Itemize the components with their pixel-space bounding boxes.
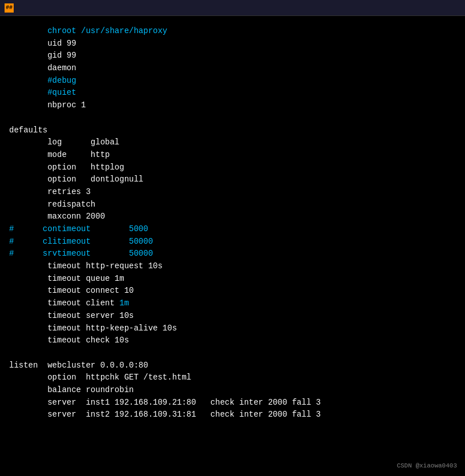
watermark: CSDN @xiaowa0403: [394, 461, 459, 470]
line-timeout-client: timeout client 1m: [9, 297, 456, 310]
line-empty1: [9, 112, 456, 124]
line-debug: #debug: [9, 75, 456, 87]
line-maxconn: maxconn 2000: [9, 211, 456, 223]
line-retries: retries 3: [9, 186, 456, 199]
line-clitimeout: # clitimeout 50000: [9, 236, 456, 248]
line-log: log global: [9, 136, 456, 149]
line-option-httplog: option httplog: [9, 162, 456, 174]
terminal-window: ## chroot /usr/share/haproxy uid 99 gid …: [0, 0, 465, 476]
line-contimeout: # contimeout 5000: [9, 223, 456, 236]
line-timeout-http-keep-alive: timeout http-keep-alive 10s: [9, 322, 456, 335]
terminal-content: chroot /usr/share/haproxy uid 99 gid 99 …: [0, 21, 465, 426]
line-uid: uid 99: [9, 38, 456, 50]
line-redispatch: redispatch: [9, 199, 456, 211]
line-timeout-connect: timeout connect 10: [9, 285, 456, 297]
line-mode: mode http: [9, 149, 456, 162]
line-balance: balance roundrobin: [9, 384, 456, 397]
terminal-icon: ##: [5, 3, 14, 13]
title-bar: ##: [0, 0, 465, 16]
line-nbproc: nbproc 1: [9, 99, 456, 112]
line-gid: gid 99: [9, 50, 456, 62]
line-daemon: daemon: [9, 62, 456, 75]
line-option-httpchk: option httpchk GET /test.html: [9, 372, 456, 384]
line-defaults: defaults: [9, 124, 456, 137]
line-timeout-check: timeout check 10s: [9, 334, 456, 347]
line-quiet: #quiet: [9, 87, 456, 99]
line-srvtimeout: # srvtimeout 50000: [9, 248, 456, 260]
line-option-dontlognull: option dontlognull: [9, 174, 456, 186]
line-timeout-http-request: timeout http-request 10s: [9, 260, 456, 273]
line-timeout-server: timeout server 10s: [9, 310, 456, 322]
line-chroot: chroot /usr/share/haproxy: [9, 25, 456, 38]
line-server-inst2: server inst2 192.168.109.31:81 check int…: [9, 409, 456, 421]
line-server-inst1: server inst1 192.168.109.21:80 check int…: [9, 397, 456, 409]
line-listen: listen webcluster 0.0.0.0:80: [9, 360, 456, 372]
line-timeout-queue: timeout queue 1m: [9, 273, 456, 285]
line-empty2: [9, 347, 456, 360]
